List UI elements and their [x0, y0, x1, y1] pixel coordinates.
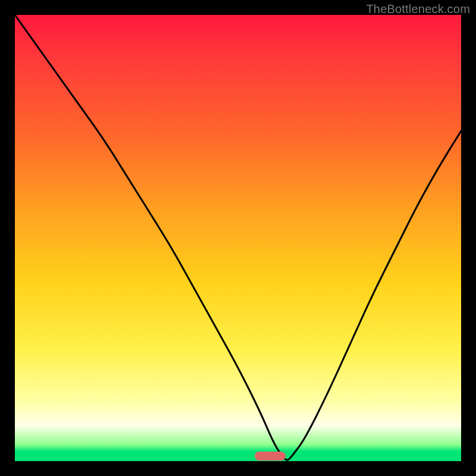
optimal-marker: [255, 452, 286, 461]
chart-frame: TheBottleneck.com: [0, 0, 476, 476]
watermark-text: TheBottleneck.com: [366, 2, 470, 16]
bottleneck-curve: [15, 15, 461, 461]
